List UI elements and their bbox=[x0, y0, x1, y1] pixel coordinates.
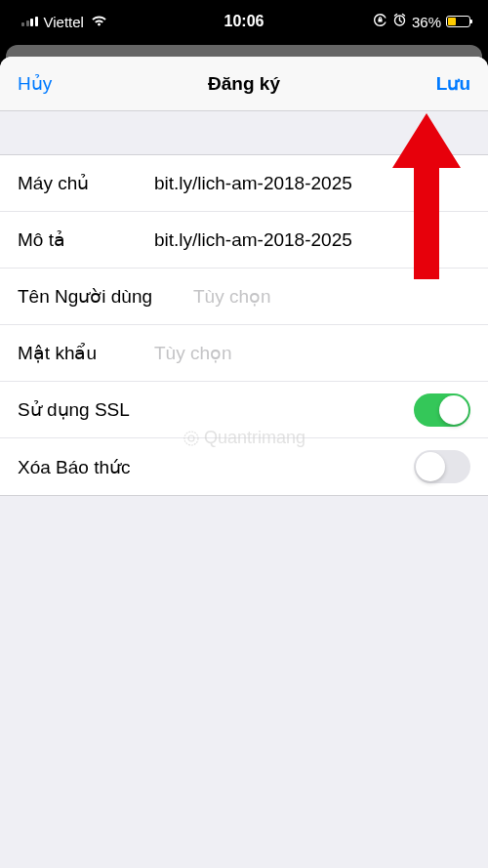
server-row[interactable]: Máy chủ bbox=[0, 155, 488, 212]
description-input[interactable] bbox=[154, 229, 470, 251]
password-label: Mật khẩu bbox=[18, 342, 154, 364]
cancel-button[interactable]: Hủy bbox=[18, 72, 52, 95]
description-label: Mô tả bbox=[18, 228, 154, 251]
nav-bar: Hủy Đăng ký Lưu bbox=[0, 57, 488, 111]
orientation-lock-icon bbox=[373, 13, 387, 30]
status-left: Viettel bbox=[21, 14, 107, 30]
alarm-icon bbox=[392, 13, 407, 30]
use-ssl-row: Sử dụng SSL bbox=[0, 382, 488, 438]
remove-alarms-label: Xóa Báo thức bbox=[18, 456, 193, 478]
password-row[interactable]: Mật khẩu bbox=[0, 325, 488, 382]
remove-alarms-toggle[interactable] bbox=[414, 450, 470, 483]
status-bar: Viettel 10:06 36% bbox=[0, 0, 488, 43]
modal-sheet-container: Hủy Đăng ký Lưu Máy chủ Mô tả Tên Người … bbox=[0, 45, 488, 868]
status-time: 10:06 bbox=[224, 13, 264, 30]
status-right: 36% bbox=[373, 13, 470, 30]
server-label: Máy chủ bbox=[18, 172, 154, 194]
battery-icon bbox=[446, 16, 470, 27]
subscription-sheet: Hủy Đăng ký Lưu Máy chủ Mô tả Tên Người … bbox=[0, 57, 488, 868]
page-title: Đăng ký bbox=[208, 73, 280, 95]
section-spacer bbox=[0, 111, 488, 154]
subscription-form: Máy chủ Mô tả Tên Người dùng Mật khẩu Sử… bbox=[0, 154, 488, 496]
use-ssl-label: Sử dụng SSL bbox=[18, 398, 193, 421]
description-row[interactable]: Mô tả bbox=[0, 212, 488, 269]
username-row[interactable]: Tên Người dùng bbox=[0, 269, 488, 325]
username-input[interactable] bbox=[193, 286, 470, 308]
password-input[interactable] bbox=[154, 343, 470, 364]
carrier-label: Viettel bbox=[44, 14, 84, 30]
remove-alarms-row: Xóa Báo thức bbox=[0, 438, 488, 495]
save-button[interactable]: Lưu bbox=[436, 72, 470, 95]
username-label: Tên Người dùng bbox=[18, 285, 193, 308]
server-input[interactable] bbox=[154, 173, 470, 194]
battery-percent: 36% bbox=[412, 14, 441, 30]
use-ssl-toggle[interactable] bbox=[414, 393, 470, 427]
wifi-icon bbox=[91, 14, 107, 30]
cellular-signal-icon bbox=[21, 17, 38, 26]
